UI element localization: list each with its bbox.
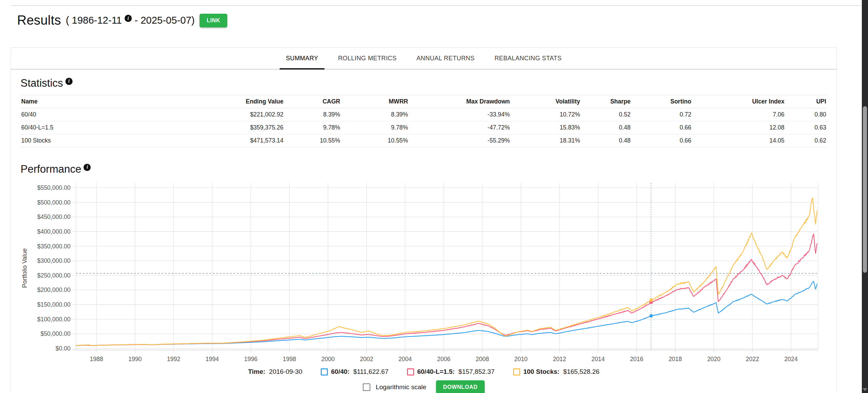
stat-value: 10.55% — [284, 134, 341, 147]
x-tick-label: 1998 — [283, 356, 296, 363]
y-tick-label: $200,000.00 — [37, 286, 71, 293]
link-button[interactable]: LINK — [200, 14, 228, 27]
section-divider — [11, 5, 861, 6]
x-tick-label: 1988 — [90, 356, 103, 363]
y-tick-label: $0.00 — [55, 345, 71, 352]
portfolio-name: 60/40 — [21, 108, 186, 121]
paren-open: ( — [66, 15, 69, 26]
info-icon[interactable]: i — [84, 164, 91, 171]
legend-item-60-40-l-1-5[interactable]: 60/40-L=1.5:$157,852.37 — [407, 368, 495, 376]
legend-time: Time: 2016-09-30 — [248, 368, 303, 376]
legend-item-100-stocks[interactable]: 100 Stocks:$165,528.26 — [513, 368, 599, 376]
x-tick-label: 2006 — [437, 356, 450, 363]
stat-value: 12.08 — [692, 121, 785, 134]
stat-value: 10.55% — [341, 134, 409, 147]
page-header: Results (1986-12-11 i - 2025-05-07) LINK — [17, 13, 227, 28]
start-date: 1986-12-11 — [72, 15, 122, 26]
x-tick-label: 1994 — [206, 356, 219, 363]
column-header-max-drawdown: Max Drawdown — [409, 95, 510, 108]
legend-time-value: 2016-09-30 — [269, 368, 302, 376]
x-tick-label: 2020 — [707, 356, 720, 363]
stat-value: 0.66 — [631, 134, 692, 147]
stat-value: 7.06 — [692, 108, 785, 121]
x-tick-label: 2016 — [630, 356, 643, 363]
stat-value: $359,375.26 — [186, 121, 284, 134]
range-separator: - — [135, 15, 138, 26]
logarithmic-scale-checkbox[interactable] — [363, 383, 370, 391]
tab-rolling-metrics[interactable]: ROLLING METRICS — [332, 48, 403, 69]
stat-value: 14.05 — [692, 134, 785, 147]
page-title: Results — [17, 13, 61, 28]
stat-value: -33.94% — [409, 108, 510, 121]
tab-annual-returns[interactable]: ANNUAL RETURNS — [410, 48, 481, 69]
stat-value: $221,002.92 — [186, 108, 284, 121]
tab-summary[interactable]: SUMMARY — [280, 48, 324, 69]
stat-value: 18.31% — [511, 134, 581, 147]
series-line-100-stocks[interactable] — [76, 198, 817, 346]
tab-rebalancing-stats[interactable]: REBALANCING STATS — [488, 48, 568, 69]
stat-value: 9.78% — [284, 121, 341, 134]
stat-value: 0.72 — [631, 108, 692, 121]
scrollbar-down-arrow-icon[interactable] — [863, 388, 867, 391]
stat-value: 0.48 — [581, 121, 631, 134]
column-header-sortino: Sortino — [631, 95, 692, 108]
table-row: 60/40$221,002.928.39%8.39%-33.94%10.72%0… — [21, 108, 827, 121]
column-header-ulcer-index: Ulcer Index — [692, 95, 785, 108]
x-tick-label: 2002 — [360, 356, 373, 363]
performance-chart[interactable]: $0.00$50,000.00$100,000.00$150,000.00$20… — [21, 177, 827, 365]
chart-legend: Time: 2016-09-30 60/40:$111,622.6760/40-… — [21, 368, 827, 376]
x-tick-label: 2000 — [321, 356, 335, 363]
legend-item-60-40[interactable]: 60/40:$111,622.67 — [321, 368, 388, 376]
y-tick-label: $250,000.00 — [37, 272, 71, 279]
portfolio-name: 100 Stocks — [21, 134, 186, 147]
legend-value: $165,528.26 — [563, 368, 600, 376]
legend-value: $157,852.37 — [458, 368, 495, 376]
legend-swatch-icon — [513, 368, 520, 376]
column-header-name: Name — [21, 95, 186, 108]
x-tick-label: 1996 — [244, 356, 257, 363]
table-header-row: NameEnding ValueCAGRMWRRMax DrawdownVola… — [21, 95, 827, 108]
y-tick-label: $400,000.00 — [37, 228, 71, 235]
download-button[interactable]: DOWNLOAD — [436, 380, 485, 393]
stat-value: 0.52 — [581, 108, 631, 121]
x-tick-label: 2014 — [591, 356, 605, 363]
column-header-cagr: CAGR — [284, 95, 341, 108]
stat-value: 0.63 — [785, 121, 827, 134]
statistics-heading: Statistics i — [21, 77, 827, 89]
performance-chart-area: $0.00$50,000.00$100,000.00$150,000.00$20… — [21, 177, 827, 367]
scrollbar-thumb[interactable] — [863, 106, 867, 273]
chart-controls: Logarithmic scale DOWNLOAD — [21, 380, 827, 393]
stat-value: 10.72% — [511, 108, 581, 121]
column-header-volatility: Volatility — [511, 95, 581, 108]
x-tick-label: 2004 — [398, 356, 412, 363]
performance-heading: Performance i — [21, 163, 827, 175]
series-line-60-40[interactable] — [76, 281, 817, 346]
column-header-upi: UPI — [785, 95, 827, 108]
legend-value: $111,622.67 — [353, 368, 388, 376]
y-tick-label: $100,000.00 — [37, 316, 71, 323]
x-tick-label: 2010 — [514, 356, 527, 363]
stat-value: 0.48 — [581, 134, 631, 147]
end-date: 2025-05-07) — [141, 15, 195, 26]
statistics-table: NameEnding ValueCAGRMWRRMax DrawdownVola… — [21, 95, 827, 147]
series-line-60-40-l-1-5[interactable] — [76, 234, 817, 346]
browser-scrollbar[interactable] — [862, 0, 868, 393]
stat-value: -47.72% — [409, 121, 510, 134]
legend-label: 60/40-L=1.5: — [417, 368, 455, 376]
stat-value: $471,573.14 — [186, 134, 284, 147]
x-tick-label: 2024 — [784, 356, 798, 363]
results-card: SUMMARYROLLING METRICSANNUAL RETURNSREBA… — [11, 47, 837, 393]
x-tick-label: 1990 — [128, 356, 142, 363]
x-tick-label: 2022 — [746, 356, 759, 363]
y-tick-label: $50,000.00 — [40, 330, 71, 337]
logarithmic-scale-label: Logarithmic scale — [376, 383, 426, 391]
y-tick-label: $350,000.00 — [37, 243, 71, 250]
tab-bar: SUMMARYROLLING METRICSANNUAL RETURNSREBA… — [11, 48, 837, 70]
info-icon[interactable]: i — [65, 78, 73, 85]
column-header-sharpe: Sharpe — [581, 95, 631, 108]
y-tick-label: $300,000.00 — [37, 257, 71, 264]
crosshair-point — [649, 298, 653, 302]
stat-value: 8.39% — [341, 108, 409, 121]
info-icon[interactable]: i — [125, 15, 132, 22]
y-tick-label: $500,000.00 — [37, 199, 71, 206]
